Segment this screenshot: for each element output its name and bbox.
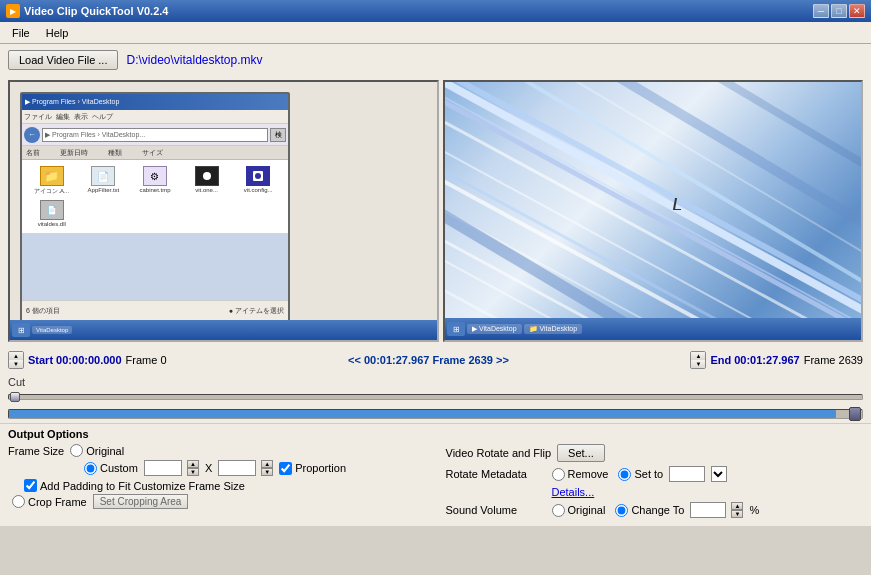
timeline-controls: ▲ ▼ Start 00:00:00.000 Frame 0 << 00:01:… [0, 346, 871, 374]
crop-radio[interactable] [12, 495, 25, 508]
set-to-radio[interactable] [618, 468, 631, 481]
proportion-check-label[interactable]: Proportion [279, 462, 346, 475]
original-sound-radio-label[interactable]: Original [552, 504, 606, 517]
width-input[interactable]: 720 [144, 460, 182, 476]
start-spin[interactable]: ▲ ▼ [8, 351, 24, 369]
degrees-select[interactable]: Degrees [711, 466, 727, 482]
file-icon-img-2: 📄 [91, 166, 115, 186]
left-panel-taskbar: ⊞ VitaDesktop [10, 320, 437, 340]
file-icon-1: 📁 アイコン.A... [28, 166, 76, 196]
padding-checkbox[interactable] [24, 479, 37, 492]
end-spin-up[interactable]: ▲ [691, 352, 705, 360]
cut-label: Cut [8, 376, 863, 388]
height-spin-down[interactable]: ▼ [261, 468, 273, 476]
options-right: Video Rotate and Flip Set... Rotate Meta… [446, 444, 864, 522]
load-video-button[interactable]: Load Video File ... [8, 50, 118, 70]
end-spin[interactable]: ▲ ▼ [690, 351, 706, 369]
minimize-button[interactable]: ─ [813, 4, 829, 18]
file-icon-img-4 [195, 166, 219, 186]
start-spin-up[interactable]: ▲ [9, 352, 23, 360]
title-bar: ▶ Video Clip QuickTool V0.2.4 ─ □ ✕ [0, 0, 871, 22]
width-spin-down[interactable]: ▼ [187, 468, 199, 476]
close-button[interactable]: ✕ [849, 4, 865, 18]
volume-input[interactable]: 100 [690, 502, 726, 518]
maximize-button[interactable]: □ [831, 4, 847, 18]
file-icon-6: 📄 vitaldes.dll [28, 200, 76, 227]
folder-icon-1: 📁 [40, 166, 64, 186]
output-options: Output Options Frame Size Original Custo… [0, 423, 871, 526]
height-input[interactable]: 480 [218, 460, 256, 476]
change-to-label-text: Change To [631, 504, 684, 516]
video-left-panel: ▶ Program Files › VitaDesktop ファイル 編集 表示… [8, 80, 439, 342]
options-grid: Frame Size Original Custom 720 ▲ ▼ X [8, 444, 863, 522]
set-cropping-button[interactable]: Set Cropping Area [93, 494, 189, 509]
menu-file[interactable]: File [4, 25, 38, 41]
cut-slider-thumb[interactable] [10, 392, 20, 402]
proportion-checkbox[interactable] [279, 462, 292, 475]
width-spin-up[interactable]: ▲ [187, 460, 199, 468]
degrees-input[interactable]: 0 [669, 466, 705, 482]
proportion-label-text: Proportion [295, 462, 346, 474]
original-label-text: Original [86, 445, 124, 457]
video-right-panel: ⊞ ▶ VitaDesktop 📁 VitaDesktop [443, 80, 863, 342]
menu-help[interactable]: Help [38, 25, 77, 41]
screenshot-toolbar: ← ▶ Program Files › VitaDesktop... 検 [22, 124, 288, 146]
height-spin[interactable]: ▲ ▼ [261, 460, 273, 476]
start-button: ⊞ [12, 323, 30, 337]
cut-slider-container[interactable] [8, 390, 863, 404]
title-bar-left: ▶ Video Clip QuickTool V0.2.4 [6, 4, 168, 18]
original-radio[interactable] [70, 444, 83, 457]
progress-track [8, 409, 863, 419]
right-taskbar-app2: 📁 VitaDesktop [524, 324, 583, 334]
options-left: Frame Size Original Custom 720 ▲ ▼ X [8, 444, 426, 522]
remove-radio-label[interactable]: Remove [552, 468, 609, 481]
sound-volume-label: Sound Volume [446, 504, 546, 516]
right-taskbar-app1: ▶ VitaDesktop [467, 324, 522, 334]
volume-spin[interactable]: ▲ ▼ [731, 502, 743, 518]
progress-bar-container[interactable] [8, 407, 863, 421]
rotate-set-button[interactable]: Set... [557, 444, 605, 462]
file-icon-4: vit.one... [183, 166, 231, 196]
screenshot-titlebar: ▶ Program Files › VitaDesktop [22, 94, 288, 110]
crop-radio-label[interactable]: Crop Frame [12, 495, 87, 508]
taskbar-vitadesktop: VitaDesktop [32, 326, 72, 334]
change-to-radio[interactable] [615, 504, 628, 517]
frame-size-label: Frame Size [8, 445, 64, 457]
center-time-label: << 00:01:27.967 Frame 2639 >> [348, 354, 509, 366]
menu-bar: File Help [0, 22, 871, 44]
end-spin-down[interactable]: ▼ [691, 360, 705, 368]
video-rotate-row: Video Rotate and Flip Set... [446, 444, 864, 462]
video-rotate-label: Video Rotate and Flip [446, 447, 552, 459]
start-spin-down[interactable]: ▼ [9, 360, 23, 368]
sound-volume-row: Sound Volume Original Change To 100 ▲ ▼ … [446, 502, 864, 518]
volume-spin-up[interactable]: ▲ [731, 502, 743, 510]
wave-lines-svg [445, 82, 861, 330]
original-sound-radio[interactable] [552, 504, 565, 517]
start-time-label: Start 00:00:00.000 [28, 354, 122, 366]
end-time-section: ▲ ▼ End 00:01:27.967 Frame 2639 [690, 351, 863, 369]
file-icon-3: ⚙ cabinet.tmp [131, 166, 179, 196]
height-spin-up[interactable]: ▲ [261, 460, 273, 468]
svg-line-17 [445, 181, 802, 330]
cut-slider-track [8, 394, 863, 400]
right-panel-taskbar: ⊞ ▶ VitaDesktop 📁 VitaDesktop [445, 318, 861, 340]
custom-radio-label[interactable]: Custom [84, 462, 138, 475]
set-to-radio-label[interactable]: Set to [618, 468, 663, 481]
volume-spin-down[interactable]: ▼ [731, 510, 743, 518]
screenshot-menubar: ファイル 編集 表示 ヘルプ [22, 110, 288, 124]
app-icon: ▶ [6, 4, 20, 18]
start-frame-label: Frame 0 [126, 354, 167, 366]
video-canvas: ⊞ ▶ VitaDesktop 📁 VitaDesktop [445, 82, 861, 340]
progress-handle[interactable] [849, 407, 861, 421]
change-to-radio-label[interactable]: Change To [615, 504, 684, 517]
details-row: Details... [446, 486, 864, 498]
original-radio-label[interactable]: Original [70, 444, 124, 457]
custom-radio[interactable] [84, 462, 97, 475]
file-icon-2: 📄 AppFilter.txt [80, 166, 128, 196]
x-label: X [205, 462, 212, 474]
details-link[interactable]: Details... [552, 486, 595, 498]
width-spin[interactable]: ▲ ▼ [187, 460, 199, 476]
start-btn-right: ⊞ [447, 322, 465, 336]
video-area: ▶ Program Files › VitaDesktop ファイル 編集 表示… [0, 76, 871, 346]
remove-radio[interactable] [552, 468, 565, 481]
